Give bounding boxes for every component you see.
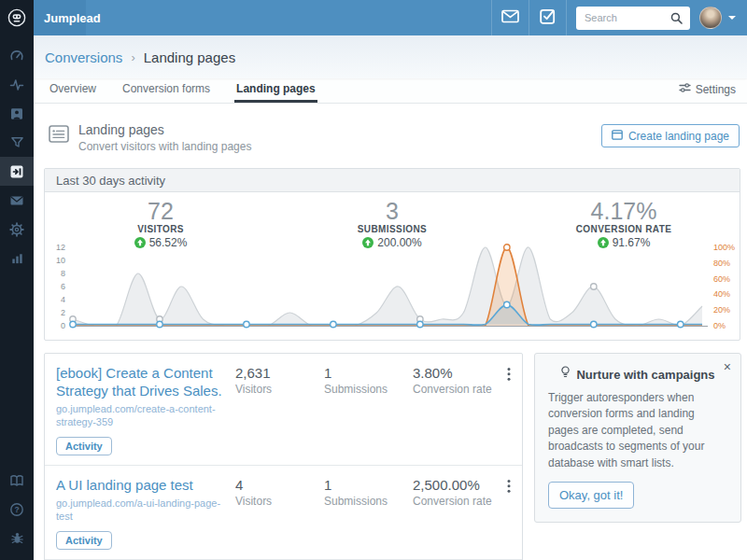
- tab-overview[interactable]: Overview: [48, 77, 98, 103]
- gauge-icon: [9, 49, 24, 63]
- activity-button[interactable]: Activity: [56, 437, 112, 455]
- conversion-rate-label: CONVERSION RATE: [508, 224, 740, 234]
- close-icon[interactable]: ×: [724, 359, 731, 374]
- search-icon[interactable]: [670, 11, 683, 28]
- row-conversion: 3.80% Conversion rate: [413, 365, 500, 455]
- svg-text:0%: 0%: [713, 321, 726, 330]
- page-header: Landing pages Convert visitors with land…: [45, 122, 740, 153]
- funnel-icon: [10, 135, 24, 149]
- tabs-bar: Overview Conversion forms Landing pages …: [34, 78, 747, 104]
- row-main: [ebook] Create a Content Strategy that D…: [56, 365, 235, 455]
- sidebar-item-bug-report[interactable]: [0, 524, 34, 553]
- row-conversion-value: 2,500.00%: [413, 477, 500, 493]
- landing-page-link[interactable]: [ebook] Create a Content Strategy that D…: [56, 365, 226, 400]
- landing-page-link[interactable]: A UI landing page test: [56, 477, 226, 495]
- sidebar-item-conversions[interactable]: [0, 157, 34, 186]
- row-submissions: 1 Submissions: [324, 477, 413, 550]
- sidebar-item-docs[interactable]: [0, 466, 34, 495]
- page-title: Landing pages: [144, 49, 235, 65]
- row-conversion-label: Conversion rate: [413, 495, 500, 508]
- row-visitors-label: Visitors: [235, 383, 324, 396]
- row-submissions: 1 Submissions: [324, 365, 413, 455]
- landing-page-url[interactable]: go.jumplead.com/create-a-content-strateg…: [56, 402, 226, 429]
- settings-button[interactable]: Settings: [679, 82, 736, 96]
- sidebar-spacer: [0, 273, 34, 466]
- main-content: Landing pages Convert visitors with land…: [34, 104, 747, 560]
- conversion-rate-value: 4.17%: [508, 199, 740, 223]
- landing-page-icon: [49, 125, 69, 147]
- row-submissions-value: 1: [324, 477, 413, 493]
- user-menu[interactable]: [699, 7, 747, 29]
- submissions-value: 3: [276, 199, 508, 223]
- sidebar-item-analytics[interactable]: [0, 244, 34, 273]
- section-title: Landing pages: [78, 122, 251, 137]
- stats-row: 72 VISITORS 56.52% 3 SUBMISSIONS 200.00%…: [45, 192, 740, 249]
- row-visitors-value: 2,631: [235, 365, 324, 381]
- gear-icon: [9, 222, 24, 237]
- bug-icon: [10, 531, 24, 545]
- sidebar-item-settings[interactable]: [0, 215, 34, 244]
- activity-button[interactable]: Activity: [56, 531, 112, 550]
- tab-landing-pages[interactable]: Landing pages: [234, 77, 317, 103]
- page-header-text: Landing pages Convert visitors with land…: [78, 122, 251, 153]
- row-conversion-value: 3.80%: [413, 365, 500, 381]
- tip-title: Nurture with campaigns: [576, 368, 714, 382]
- jumplead-logo-icon[interactable]: [0, 0, 34, 35]
- breadcrumb-conversions[interactable]: Conversions: [45, 49, 122, 65]
- row-menu-button[interactable]: [500, 477, 511, 550]
- activity-panel-title: Last 30 days activity: [45, 169, 740, 192]
- svg-text:12: 12: [56, 244, 65, 252]
- svg-text:10: 10: [56, 256, 65, 265]
- create-landing-page-label: Create landing page: [628, 130, 729, 143]
- svg-text:4: 4: [61, 295, 65, 304]
- contact-card-icon: [9, 106, 24, 121]
- sidebar: ?: [0, 0, 34, 560]
- visitors-label: VISITORS: [45, 224, 276, 234]
- sliders-icon: [679, 82, 691, 96]
- sidebar-item-help[interactable]: ?: [0, 495, 34, 524]
- topbar: Jumplead: [34, 0, 747, 35]
- sidebar-bottom: ?: [0, 466, 34, 553]
- chevron-down-icon: [728, 16, 736, 20]
- search-area: [566, 0, 699, 35]
- lightbulb-icon: [560, 366, 571, 383]
- row-menu-button[interactable]: [500, 365, 511, 455]
- row-visitors: 4 Visitors: [235, 477, 324, 550]
- okay-got-it-button[interactable]: Okay, got it!: [548, 482, 634, 509]
- messages-button[interactable]: [491, 0, 529, 35]
- breadcrumb: Conversions › Landing pages: [34, 35, 747, 78]
- svg-text:40%: 40%: [713, 289, 730, 299]
- table-row: [ebook] Create a Content Strategy that D…: [45, 354, 522, 465]
- sidebar-item-dashboard[interactable]: [0, 41, 34, 70]
- row-submissions-label: Submissions: [324, 383, 413, 396]
- topbar-right: [491, 0, 747, 35]
- visitors-value: 72: [45, 199, 276, 223]
- row-submissions-value: 1: [324, 365, 413, 381]
- create-landing-page-button[interactable]: Create landing page: [601, 124, 740, 147]
- activity-panel: Last 30 days activity 72 VISITORS 56.52%…: [44, 168, 740, 341]
- row-conversion: 2,500.00% Conversion rate: [413, 477, 500, 550]
- brand-label[interactable]: Jumplead: [34, 0, 86, 35]
- stat-submissions: 3 SUBMISSIONS 200.00%: [276, 199, 508, 249]
- row-visitors: 2,631 Visitors: [235, 365, 324, 455]
- landing-pages-list: [ebook] Create a Content Strategy that D…: [44, 353, 523, 560]
- section-subtitle: Convert visitors with landing pages: [78, 140, 251, 153]
- submissions-label: SUBMISSIONS: [276, 224, 508, 234]
- tip-header: Nurture with campaigns: [548, 366, 727, 383]
- help-icon: ?: [9, 502, 24, 517]
- landing-page-url[interactable]: go.jumplead.com/a-ui-landing-page-test: [56, 497, 226, 524]
- breadcrumb-separator: ›: [131, 50, 134, 64]
- activity-chart: 0246810120%20%40%60%80%100%: [45, 244, 740, 339]
- svg-text:8: 8: [61, 269, 65, 278]
- svg-text:60%: 60%: [713, 274, 730, 284]
- sidebar-item-automation[interactable]: [0, 128, 34, 157]
- sidebar-item-email[interactable]: [0, 186, 34, 215]
- mail-icon: [501, 9, 519, 27]
- row-conversion-label: Conversion rate: [413, 383, 500, 396]
- svg-text:80%: 80%: [713, 259, 730, 268]
- tab-conversion-forms[interactable]: Conversion forms: [120, 77, 212, 103]
- table-row: A UI landing page test go.jumplead.com/a…: [45, 465, 522, 559]
- tasks-button[interactable]: [529, 0, 566, 35]
- sidebar-item-activity[interactable]: [0, 70, 34, 99]
- sidebar-item-contacts[interactable]: [0, 99, 34, 128]
